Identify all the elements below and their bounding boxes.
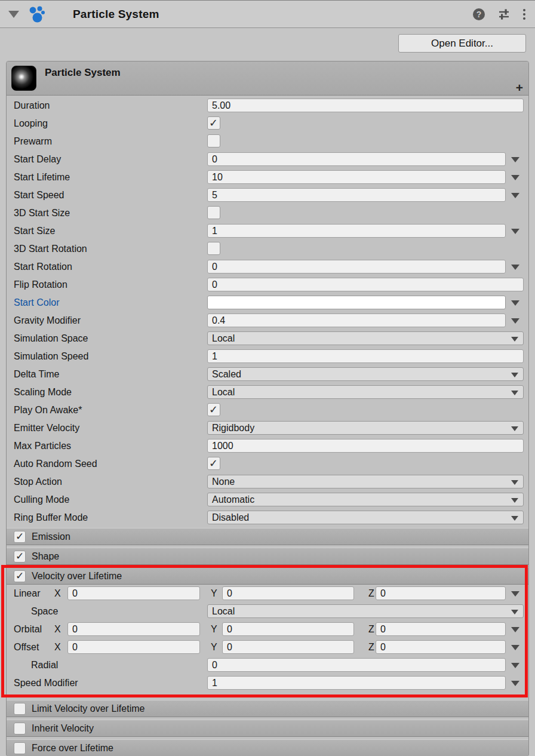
module-enable-checkbox[interactable]	[14, 570, 26, 582]
curve-dropdown-arrow-icon[interactable]	[511, 193, 519, 198]
module-bar-force-over-lifetime[interactable]: Force over Lifetime	[7, 739, 528, 756]
checkbox[interactable]	[207, 116, 220, 130]
dropdown[interactable]: Local	[207, 604, 524, 618]
dropdown[interactable]: Local	[207, 331, 524, 345]
module-bar-limit-velocity-over-lifetime[interactable]: Limit Velocity over Lifetime	[7, 700, 528, 717]
dropdown[interactable]: Disabled	[207, 511, 524, 524]
checkbox[interactable]	[207, 242, 220, 255]
curve-value-field[interactable]: 1	[207, 224, 506, 238]
row-label: Start Color	[14, 294, 59, 312]
color-dropdown-arrow-icon[interactable]	[511, 300, 519, 306]
dropdown[interactable]: Automatic	[207, 493, 524, 506]
x-value-field[interactable]: 0	[67, 622, 200, 636]
axis-z-label: Z	[368, 638, 374, 656]
module-bar-shape[interactable]: Shape	[7, 548, 528, 565]
curve-value-field[interactable]: 0	[207, 152, 506, 166]
curve-value-field[interactable]: 1	[207, 676, 506, 690]
row-speed-modifier: Speed Modifier 1	[7, 674, 528, 692]
curve-dropdown-arrow-icon[interactable]	[511, 318, 519, 324]
add-component-plus-icon[interactable]: +	[516, 81, 523, 94]
row-space: Space Local	[7, 603, 528, 620]
z-value-field[interactable]: 0	[376, 640, 506, 654]
z-value-field[interactable]: 0	[376, 586, 506, 600]
main-module-header: Particle System +	[7, 62, 528, 96]
row-play-on-awake: Play On Awake*	[7, 401, 528, 419]
row-flip-rotation: Flip Rotation 0	[7, 276, 528, 294]
x-value-field[interactable]: 0	[67, 640, 200, 654]
text-field[interactable]: 1000	[207, 439, 524, 453]
curve-value-field[interactable]: 0	[207, 658, 506, 672]
row-3d-start-size: 3D Start Size	[7, 204, 528, 222]
curve-dropdown-arrow-icon[interactable]	[511, 591, 519, 597]
module-enable-checkbox[interactable]	[14, 551, 26, 563]
text-field[interactable]: 0	[207, 278, 524, 291]
row-label: Scaling Mode	[14, 383, 72, 401]
curve-dropdown-arrow-icon[interactable]	[511, 681, 519, 686]
checkbox[interactable]	[207, 403, 220, 416]
row-start-speed: Start Speed 5	[7, 186, 528, 204]
y-value-field[interactable]: 0	[222, 586, 354, 600]
text-field[interactable]: 5.00	[207, 99, 524, 112]
row-label: 3D Start Rotation	[14, 240, 87, 258]
row-prewarm: Prewarm	[7, 133, 528, 150]
vol-header-host: Velocity over Lifetime	[7, 567, 528, 585]
curve-value-field[interactable]: 0.4	[207, 314, 506, 327]
y-value-field[interactable]: 0	[222, 640, 354, 654]
module-enable-checkbox[interactable]	[14, 531, 26, 543]
axis-y-label: Y	[211, 638, 217, 656]
text-field[interactable]: 1	[207, 349, 524, 363]
dropdown[interactable]: None	[207, 475, 524, 488]
axis-x-label: X	[54, 638, 61, 656]
module-bar-velocity-over-lifetime[interactable]: Velocity over Lifetime	[7, 567, 528, 585]
z-value-field[interactable]: 0	[376, 622, 506, 636]
curve-dropdown-arrow-icon[interactable]	[511, 627, 519, 632]
module-enable-checkbox[interactable]	[14, 723, 26, 735]
curve-dropdown-arrow-icon[interactable]	[511, 157, 519, 162]
row-stop-action: Stop Action None	[7, 473, 528, 491]
y-value-field[interactable]: 0	[222, 622, 354, 636]
module-bar-emission[interactable]: Emission	[7, 528, 528, 545]
curve-value-field[interactable]: 5	[207, 188, 506, 202]
velocity-over-lifetime-section: Velocity over Lifetime Linear X 0 Y 0 Z …	[7, 567, 528, 692]
row-start-rotation: Start Rotation 0	[7, 258, 528, 276]
checkbox[interactable]	[207, 134, 220, 147]
module-bar-label: Emission	[32, 528, 70, 545]
curve-value-field[interactable]: 10	[207, 170, 506, 184]
curve-value-field[interactable]: 0	[207, 260, 506, 273]
color-swatch[interactable]	[207, 296, 506, 309]
dropdown[interactable]: Rigidbody	[207, 421, 524, 435]
row-label: Radial	[31, 656, 58, 674]
module-enable-checkbox[interactable]	[14, 703, 26, 715]
axis-x-label: X	[54, 585, 61, 603]
curve-dropdown-arrow-icon[interactable]	[511, 229, 519, 234]
row-label: Auto Random Seed	[14, 455, 97, 473]
checkbox[interactable]	[207, 206, 220, 219]
help-icon[interactable]: ?	[473, 8, 485, 20]
curve-dropdown-arrow-icon[interactable]	[511, 175, 519, 180]
row-start-color: Start Color	[7, 294, 528, 312]
module-bar-inherit-velocity[interactable]: Inherit Velocity	[7, 720, 528, 737]
foldout-arrow-icon[interactable]	[8, 11, 19, 18]
curve-dropdown-arrow-icon[interactable]	[511, 663, 519, 668]
row-delta-time: Delta Time Scaled	[7, 365, 528, 383]
row-label: 3D Start Size	[14, 204, 70, 222]
row-label: Play On Awake*	[14, 401, 82, 419]
x-value-field[interactable]: 0	[67, 586, 200, 600]
module-bar-label: Force over Lifetime	[32, 740, 113, 756]
dropdown[interactable]: Local	[207, 385, 524, 399]
row-label: Start Size	[14, 222, 55, 240]
row-label: Looping	[14, 115, 48, 133]
dropdown-arrow-icon	[511, 373, 518, 377]
open-editor-button[interactable]: Open Editor...	[398, 34, 526, 53]
checkbox[interactable]	[207, 457, 220, 470]
module-enable-checkbox[interactable]	[14, 742, 26, 754]
dropdown-value: Rigidbody	[212, 423, 254, 433]
modules-after-host: Emission Shape	[7, 528, 528, 565]
dropdown[interactable]: Scaled	[207, 367, 524, 381]
presets-icon[interactable]	[497, 8, 511, 21]
kebab-menu-icon[interactable]	[523, 9, 525, 20]
dropdown-value: Automatic	[212, 494, 254, 505]
curve-dropdown-arrow-icon[interactable]	[511, 645, 519, 650]
curve-dropdown-arrow-icon[interactable]	[511, 265, 519, 270]
axis-x-label: X	[54, 620, 61, 638]
